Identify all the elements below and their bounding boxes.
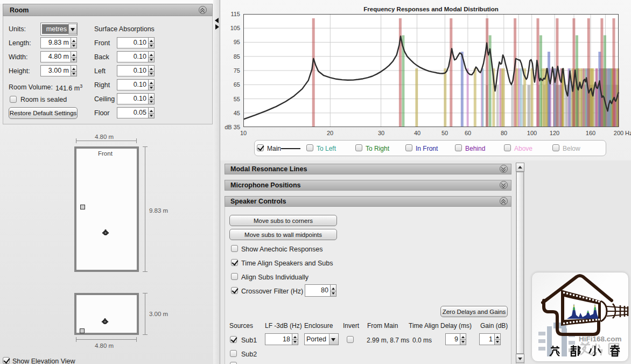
svg-text:HiFi168.com: HiFi168.com — [579, 335, 622, 343]
